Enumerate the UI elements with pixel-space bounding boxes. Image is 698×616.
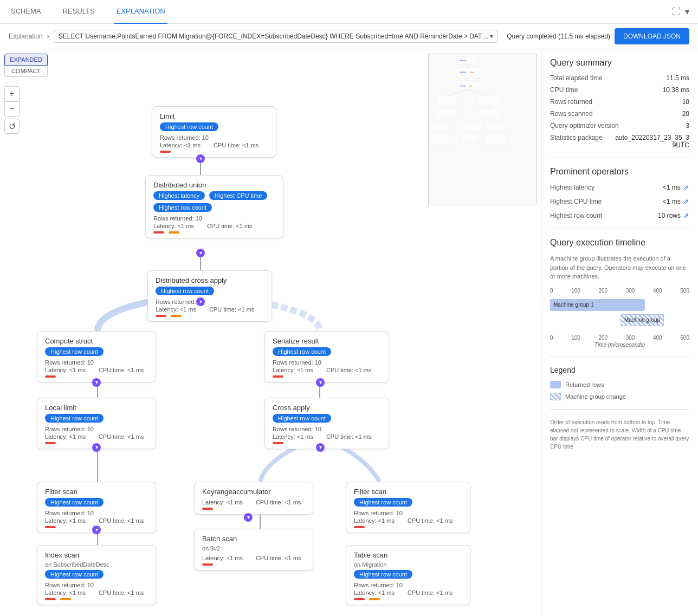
prominent-operators-section: Prominent operators Highest latency <1 m…	[550, 167, 689, 220]
latency-bar	[273, 375, 283, 378]
bar2	[60, 598, 71, 600]
machine-group-1-bar: Machine group 1	[550, 299, 645, 311]
node-cross-apply[interactable]: Cross apply Highest row count Rows retur…	[264, 398, 389, 449]
latency-bar	[45, 526, 56, 528]
node-keyrange[interactable]: Keyrangeaccumulator Latency: <1 ms CPU t…	[194, 482, 313, 515]
breadcrumb-chevron: ›	[47, 33, 49, 40]
legend-machine-group-label: Machine group change	[565, 393, 626, 400]
query-text: SELECT Username,PointsEarned FROM Migrat…	[59, 33, 490, 40]
node-limit-title: Limit	[160, 112, 268, 120]
latency-bar	[202, 563, 213, 566]
node-fs1-rows: Rows returned: 10	[45, 510, 148, 516]
node-ca-metrics: Latency: <1 ms CPU time: <1 ms	[273, 433, 381, 440]
zoom-in-button[interactable]: +	[4, 86, 20, 101]
view-compact-button[interactable]: COMPACT	[4, 66, 48, 77]
node-distributed-cross-apply[interactable]: Distributed cross apply Highest row coun…	[147, 270, 272, 322]
node-du-rows: Rows returned: 10	[153, 215, 275, 222]
mg2-label: Machine group	[624, 317, 660, 323]
node-local-limit[interactable]: Local limit Highest row count Rows retur…	[37, 398, 156, 449]
connector-kr	[244, 513, 253, 522]
node-bs-title: Batch scan	[202, 535, 305, 543]
node-cs-badge: Highest row count	[45, 347, 104, 356]
tab-results[interactable]: RESULTS	[61, 0, 97, 24]
bar1	[45, 598, 56, 600]
node-limit[interactable]: Limit Highest row count Rows returned: 1…	[152, 106, 276, 158]
chart-x-label: Time (microseconds)	[550, 342, 689, 348]
node-du-badge1: Highest latency	[153, 191, 205, 200]
zoom-reset-button[interactable]: ↺	[4, 119, 20, 134]
rowcount-link-icon[interactable]: ⇗	[683, 211, 689, 220]
connector-fs1	[92, 526, 101, 534]
node-du-title: Distributed union	[153, 181, 275, 189]
node-du-bars	[153, 231, 275, 234]
query-summary-section: Query summary Total elapsed time 11.5 ms…	[550, 58, 689, 149]
machine-group-2-bar: Machine group	[621, 314, 664, 326]
node-du-metrics: Latency: <1 ms CPU time: <1 ms	[153, 223, 275, 229]
connector-du	[196, 249, 205, 257]
node-dca-rows: Rows returned: 10	[156, 299, 264, 305]
fullscreen-button[interactable]: ⛶	[672, 7, 681, 17]
node-dca-metrics: Latency: <1 ms CPU time: <1 ms	[156, 306, 264, 313]
expand-button[interactable]: ▾	[685, 7, 689, 17]
node-kr-bars	[202, 508, 305, 510]
zoom-out-button[interactable]: −	[4, 101, 20, 116]
node-ca-bars	[273, 442, 381, 444]
stat-elapsed: Total elapsed time 11.5 ms	[550, 74, 689, 82]
node-kr-metrics: Latency: <1 ms CPU time: <1 ms	[202, 499, 305, 505]
node-is-metrics: Latency: <1 ms CPU time: <1 ms	[45, 589, 148, 596]
view-controls: EXPANDED COMPACT	[4, 54, 48, 77]
node-bs-subtitle: on $v2	[202, 545, 305, 552]
cpu-bar	[171, 315, 182, 317]
query-dropdown-arrow: ▾	[490, 33, 493, 40]
timeline-description: A machine group illustrates the executio…	[550, 254, 689, 281]
download-json-button[interactable]: DOWNLOAD JSON	[615, 28, 689, 44]
tab-schema[interactable]: SCHEMA	[9, 0, 43, 24]
bar2	[369, 598, 380, 600]
node-serialize-result[interactable]: Serialize result Highest row count Rows …	[264, 331, 389, 382]
stat-statistics: Statistics package auto_20220317_23_35_3…	[550, 134, 689, 149]
node-batch-scan[interactable]: Batch scan on $v2 Latency: <1 ms CPU tim…	[194, 529, 313, 570]
tab-bar: SCHEMA RESULTS EXPLANATION ⛶ ▾	[0, 0, 698, 24]
latency-bar	[273, 442, 283, 444]
node-limit-metrics: Latency: <1 ms CPU time: <1 ms	[160, 142, 268, 148]
latency-bar	[156, 315, 166, 317]
connector-ca	[316, 443, 325, 452]
node-ts-metrics: Latency: <1 ms CPU time: <1 ms	[354, 589, 462, 596]
legend-returned-rows: Returned rows	[550, 381, 689, 388]
node-fs2-rows: Rows returned: 10	[354, 510, 462, 516]
node-sr-badge: Highest row count	[273, 347, 331, 356]
stat-rows-scanned: Rows scanned 20	[550, 110, 689, 118]
query-summary-title: Query summary	[550, 58, 689, 68]
node-index-scan[interactable]: Index scan on SubscribedDateDesc Highest…	[37, 545, 156, 605]
latency-link-icon[interactable]: ⇗	[683, 183, 689, 192]
node-sr-metrics: Latency: <1 ms CPU time: <1 ms	[273, 367, 381, 373]
query-select[interactable]: SELECT Username,PointsEarned FROM Migrat…	[54, 30, 499, 43]
node-distributed-union[interactable]: Distributed union Highest latency Highes…	[145, 175, 283, 238]
query-status: Query completed (11.5 ms elapsed)	[507, 33, 610, 40]
prominent-operators-title: Prominent operators	[550, 167, 689, 177]
node-ts-bars	[354, 598, 462, 600]
node-fs1-badge: Highest row count	[45, 498, 104, 507]
latency-bar	[45, 442, 56, 444]
connector-dca	[196, 297, 205, 306]
node-ll-badge: Highest row count	[45, 414, 104, 423]
node-table-scan[interactable]: Table scan on Migration Highest row coun…	[346, 545, 470, 605]
node-sr-bars	[273, 375, 381, 378]
cpu-link-icon[interactable]: ⇗	[683, 197, 689, 206]
node-fs2-metrics: Latency: <1 ms CPU time: <1 ms	[354, 517, 462, 524]
view-expanded-button[interactable]: EXPANDED	[4, 54, 48, 66]
cpu-bar	[169, 231, 179, 234]
node-filter-scan-2[interactable]: Filter scan Highest row count Rows retur…	[346, 482, 470, 533]
tab-explanation[interactable]: EXPLANATION	[114, 0, 167, 24]
prominent-latency: Highest latency <1 ms ⇗	[550, 183, 689, 192]
diagram-panel: EXPANDED COMPACT + − ↺	[0, 49, 541, 615]
timeline-section: Query execution timeline A machine group…	[550, 238, 689, 348]
order-note: Order of execution reads from bottom to …	[550, 418, 689, 451]
node-fs1-title: Filter scan	[45, 488, 148, 496]
main-content: EXPANDED COMPACT + − ↺	[0, 49, 698, 615]
node-cs-metrics: Latency: <1 ms CPU time: <1 ms	[45, 367, 148, 373]
node-sr-rows: Rows returned: 10	[273, 359, 381, 366]
connector-limit	[196, 154, 205, 163]
connector-ll	[92, 443, 101, 452]
node-compute-struct[interactable]: Compute struct Highest row count Rows re…	[37, 331, 156, 382]
